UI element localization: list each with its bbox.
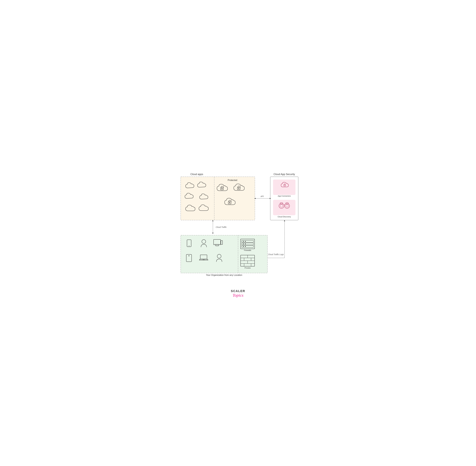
svg-rect-0 xyxy=(181,177,255,220)
api-label: API xyxy=(260,195,264,198)
main-diagram-svg: Cloud apps Protected xyxy=(175,168,301,283)
svg-point-14 xyxy=(284,185,285,186)
diagram-container: Cloud apps Protected xyxy=(175,168,301,298)
svg-point-51 xyxy=(245,244,246,244)
cloud-apps-label: Cloud apps xyxy=(190,173,203,176)
svg-point-50 xyxy=(243,244,244,244)
svg-point-52 xyxy=(243,246,244,247)
cloud-app-security-label: Cloud App Security xyxy=(273,173,295,176)
footer: SCALER Topics xyxy=(175,289,301,298)
topics-text: Topics xyxy=(175,293,301,298)
cloud-traffic-label: Cloud Traffic xyxy=(216,226,227,228)
svg-rect-12 xyxy=(273,180,295,195)
svg-marker-28 xyxy=(212,233,213,234)
svg-point-39 xyxy=(188,255,189,256)
svg-point-53 xyxy=(245,246,246,247)
organization-label: Your Organization from any Location xyxy=(206,274,242,276)
firewalls-label: Firewalls xyxy=(244,249,251,251)
svg-point-49 xyxy=(245,241,246,242)
protected-label: Protected xyxy=(228,179,237,181)
cloud-traffic-logs-label: Cloud Traffic Logs xyxy=(268,253,284,256)
app-connectors-label: App Connectors xyxy=(278,195,291,197)
svg-rect-15 xyxy=(273,200,295,215)
proxies-label: Proxies xyxy=(244,267,251,269)
cloud-discovery-label: Cloud Discovery xyxy=(278,216,291,218)
scaler-text: SCALER xyxy=(175,289,301,293)
svg-point-48 xyxy=(243,241,244,242)
